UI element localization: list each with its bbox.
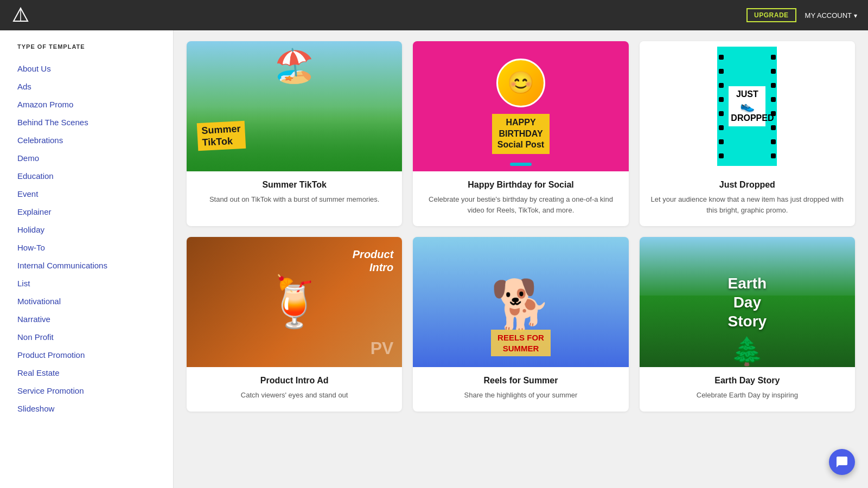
- card-body: Reels for Summer Share the highlights of…: [413, 367, 628, 412]
- sidebar-item-education[interactable]: Education: [17, 167, 173, 185]
- card-title: Reels for Summer: [424, 376, 617, 386]
- card-image: JUST 👟 DROPPED: [640, 41, 855, 171]
- sidebar-item-event[interactable]: Event: [17, 185, 173, 203]
- sidebar-item-explainer[interactable]: Explainer: [17, 203, 173, 221]
- card-image: EarthDayStory 🌲: [640, 237, 855, 367]
- card-description: Share the highlights of your summer: [424, 390, 617, 401]
- card-title: Summer TikTok: [197, 180, 391, 190]
- sidebar-item-narrative[interactable]: Narrative: [17, 310, 173, 328]
- sidebar-item-how-to[interactable]: How-To: [17, 239, 173, 256]
- app-logo[interactable]: [11, 5, 30, 25]
- sidebar-item-behind-the-scenes[interactable]: Behind The Scenes: [17, 113, 173, 131]
- sidebar-item-motivational[interactable]: Motivational: [17, 292, 173, 310]
- card-description: Catch viewers' eyes and stand out: [197, 390, 391, 401]
- sidebar-item-holiday[interactable]: Holiday: [17, 221, 173, 239]
- header-right: UPGRADE MY ACCOUNT: [746, 8, 857, 22]
- upgrade-button[interactable]: UPGRADE: [746, 8, 796, 22]
- card-body: Happy Birthday for Social Celebrate your…: [413, 171, 628, 226]
- cards-grid: 🏖️ SummerTikTok Summer TikTok Stand out …: [187, 41, 855, 412]
- card-image: 🍹 ProductIntro PV: [187, 237, 402, 367]
- sidebar-item-internal-communications[interactable]: Internal Communications: [17, 256, 173, 274]
- sidebar-item-amazon-promo[interactable]: Amazon Promo: [17, 95, 173, 113]
- template-card[interactable]: 🐕 REELS FORSUMMER Reels for Summer Share…: [413, 237, 628, 412]
- sidebar-items-list: About UsAdsAmazon PromoBehind The Scenes…: [17, 60, 173, 418]
- content-area: 🏖️ SummerTikTok Summer TikTok Stand out …: [174, 30, 868, 488]
- card-title: Just Dropped: [650, 180, 844, 190]
- sidebar-item-list[interactable]: List: [17, 274, 173, 292]
- sidebar-item-non-profit[interactable]: Non Profit: [17, 328, 173, 346]
- card-image: 🏖️ SummerTikTok: [187, 41, 402, 171]
- sidebar-item-demo[interactable]: Demo: [17, 149, 173, 167]
- sidebar-heading: TYPE OF TEMPLATE: [17, 43, 173, 50]
- template-card[interactable]: JUST 👟 DROPPED Just Dropped Let your aud…: [640, 41, 855, 226]
- sidebar-item-about-us[interactable]: About Us: [17, 60, 173, 78]
- card-image: 😊 HAPPYBIRTHDAYSocial Post: [413, 41, 628, 171]
- card-body: Summer TikTok Stand out on TikTok with a…: [187, 171, 402, 216]
- sidebar-item-ads[interactable]: Ads: [17, 78, 173, 95]
- sidebar-item-product-promotion[interactable]: Product Promotion: [17, 346, 173, 364]
- card-image: 🐕 REELS FORSUMMER: [413, 237, 628, 367]
- sidebar-item-service-promotion[interactable]: Service Promotion: [17, 382, 173, 400]
- template-card[interactable]: EarthDayStory 🌲 Earth Day Story Celebrat…: [640, 237, 855, 412]
- card-title: Happy Birthday for Social: [424, 180, 617, 190]
- card-description: Celebrate your bestie's birthday by crea…: [424, 194, 617, 215]
- card-body: Earth Day Story Celebrate Earth Day by i…: [640, 367, 855, 412]
- main-layout: TYPE OF TEMPLATE About UsAdsAmazon Promo…: [0, 30, 868, 488]
- template-card[interactable]: 🏖️ SummerTikTok Summer TikTok Stand out …: [187, 41, 402, 226]
- template-card[interactable]: 😊 HAPPYBIRTHDAYSocial Post Happy Birthda…: [413, 41, 628, 226]
- sidebar: TYPE OF TEMPLATE About UsAdsAmazon Promo…: [0, 30, 174, 488]
- card-description: Stand out on TikTok with a burst of summ…: [197, 194, 391, 205]
- card-description: Let your audience know that a new item h…: [650, 194, 844, 215]
- sidebar-item-real-estate[interactable]: Real Estate: [17, 364, 173, 382]
- header: UPGRADE MY ACCOUNT: [0, 0, 868, 30]
- template-card[interactable]: 🍹 ProductIntro PV Product Intro Ad Catch…: [187, 237, 402, 412]
- card-title: Earth Day Story: [650, 376, 844, 386]
- card-body: Product Intro Ad Catch viewers' eyes and…: [187, 367, 402, 412]
- chat-button[interactable]: [829, 449, 855, 475]
- card-title: Product Intro Ad: [197, 376, 391, 386]
- sidebar-item-celebrations[interactable]: Celebrations: [17, 131, 173, 149]
- account-label: MY ACCOUNT: [805, 11, 852, 20]
- card-description: Celebrate Earth Day by inspiring: [650, 390, 844, 401]
- sidebar-item-slideshow[interactable]: Slideshow: [17, 400, 173, 418]
- card-body: Just Dropped Let your audience know that…: [640, 171, 855, 226]
- chevron-down-icon: [854, 11, 857, 20]
- account-menu[interactable]: MY ACCOUNT: [805, 11, 857, 20]
